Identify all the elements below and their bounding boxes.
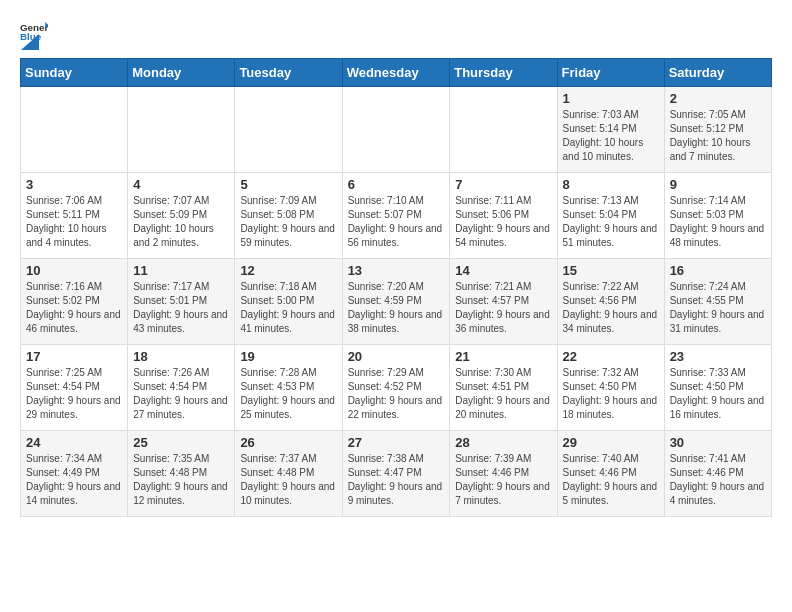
calendar-empty-cell xyxy=(342,87,450,173)
day-info: Sunrise: 7:32 AM Sunset: 4:50 PM Dayligh… xyxy=(563,366,659,422)
day-info: Sunrise: 7:21 AM Sunset: 4:57 PM Dayligh… xyxy=(455,280,551,336)
header: General Blue xyxy=(20,20,772,44)
day-number: 15 xyxy=(563,263,659,278)
day-number: 22 xyxy=(563,349,659,364)
day-info: Sunrise: 7:38 AM Sunset: 4:47 PM Dayligh… xyxy=(348,452,445,508)
day-number: 26 xyxy=(240,435,336,450)
day-info: Sunrise: 7:09 AM Sunset: 5:08 PM Dayligh… xyxy=(240,194,336,250)
weekday-header-friday: Friday xyxy=(557,59,664,87)
weekday-header-thursday: Thursday xyxy=(450,59,557,87)
day-number: 24 xyxy=(26,435,122,450)
weekday-header-row: SundayMondayTuesdayWednesdayThursdayFrid… xyxy=(21,59,772,87)
day-info: Sunrise: 7:39 AM Sunset: 4:46 PM Dayligh… xyxy=(455,452,551,508)
calendar-day-5: 5Sunrise: 7:09 AM Sunset: 5:08 PM Daylig… xyxy=(235,173,342,259)
calendar-day-27: 27Sunrise: 7:38 AM Sunset: 4:47 PM Dayli… xyxy=(342,431,450,517)
day-info: Sunrise: 7:28 AM Sunset: 4:53 PM Dayligh… xyxy=(240,366,336,422)
day-info: Sunrise: 7:16 AM Sunset: 5:02 PM Dayligh… xyxy=(26,280,122,336)
day-info: Sunrise: 7:29 AM Sunset: 4:52 PM Dayligh… xyxy=(348,366,445,422)
day-number: 8 xyxy=(563,177,659,192)
calendar-day-20: 20Sunrise: 7:29 AM Sunset: 4:52 PM Dayli… xyxy=(342,345,450,431)
calendar-day-18: 18Sunrise: 7:26 AM Sunset: 4:54 PM Dayli… xyxy=(128,345,235,431)
day-info: Sunrise: 7:35 AM Sunset: 4:48 PM Dayligh… xyxy=(133,452,229,508)
day-info: Sunrise: 7:24 AM Sunset: 4:55 PM Dayligh… xyxy=(670,280,766,336)
day-number: 12 xyxy=(240,263,336,278)
logo-triangle-icon xyxy=(21,34,39,50)
day-number: 9 xyxy=(670,177,766,192)
calendar-week-row: 10Sunrise: 7:16 AM Sunset: 5:02 PM Dayli… xyxy=(21,259,772,345)
day-info: Sunrise: 7:18 AM Sunset: 5:00 PM Dayligh… xyxy=(240,280,336,336)
calendar-day-29: 29Sunrise: 7:40 AM Sunset: 4:46 PM Dayli… xyxy=(557,431,664,517)
calendar-day-26: 26Sunrise: 7:37 AM Sunset: 4:48 PM Dayli… xyxy=(235,431,342,517)
calendar-day-6: 6Sunrise: 7:10 AM Sunset: 5:07 PM Daylig… xyxy=(342,173,450,259)
day-number: 4 xyxy=(133,177,229,192)
calendar-empty-cell xyxy=(450,87,557,173)
day-info: Sunrise: 7:41 AM Sunset: 4:46 PM Dayligh… xyxy=(670,452,766,508)
day-info: Sunrise: 7:13 AM Sunset: 5:04 PM Dayligh… xyxy=(563,194,659,250)
calendar-day-9: 9Sunrise: 7:14 AM Sunset: 5:03 PM Daylig… xyxy=(664,173,771,259)
day-number: 19 xyxy=(240,349,336,364)
weekday-header-sunday: Sunday xyxy=(21,59,128,87)
day-number: 7 xyxy=(455,177,551,192)
day-number: 18 xyxy=(133,349,229,364)
calendar-day-22: 22Sunrise: 7:32 AM Sunset: 4:50 PM Dayli… xyxy=(557,345,664,431)
day-info: Sunrise: 7:33 AM Sunset: 4:50 PM Dayligh… xyxy=(670,366,766,422)
day-info: Sunrise: 7:11 AM Sunset: 5:06 PM Dayligh… xyxy=(455,194,551,250)
calendar-day-17: 17Sunrise: 7:25 AM Sunset: 4:54 PM Dayli… xyxy=(21,345,128,431)
day-number: 16 xyxy=(670,263,766,278)
calendar-day-13: 13Sunrise: 7:20 AM Sunset: 4:59 PM Dayli… xyxy=(342,259,450,345)
day-number: 29 xyxy=(563,435,659,450)
calendar-day-21: 21Sunrise: 7:30 AM Sunset: 4:51 PM Dayli… xyxy=(450,345,557,431)
day-number: 30 xyxy=(670,435,766,450)
calendar-week-row: 17Sunrise: 7:25 AM Sunset: 4:54 PM Dayli… xyxy=(21,345,772,431)
day-number: 11 xyxy=(133,263,229,278)
weekday-header-saturday: Saturday xyxy=(664,59,771,87)
calendar-day-4: 4Sunrise: 7:07 AM Sunset: 5:09 PM Daylig… xyxy=(128,173,235,259)
day-number: 20 xyxy=(348,349,445,364)
day-info: Sunrise: 7:20 AM Sunset: 4:59 PM Dayligh… xyxy=(348,280,445,336)
calendar-day-30: 30Sunrise: 7:41 AM Sunset: 4:46 PM Dayli… xyxy=(664,431,771,517)
day-number: 6 xyxy=(348,177,445,192)
day-info: Sunrise: 7:22 AM Sunset: 4:56 PM Dayligh… xyxy=(563,280,659,336)
day-number: 21 xyxy=(455,349,551,364)
calendar-week-row: 24Sunrise: 7:34 AM Sunset: 4:49 PM Dayli… xyxy=(21,431,772,517)
calendar-day-14: 14Sunrise: 7:21 AM Sunset: 4:57 PM Dayli… xyxy=(450,259,557,345)
day-info: Sunrise: 7:03 AM Sunset: 5:14 PM Dayligh… xyxy=(563,108,659,164)
calendar-empty-cell xyxy=(235,87,342,173)
day-info: Sunrise: 7:10 AM Sunset: 5:07 PM Dayligh… xyxy=(348,194,445,250)
logo: General Blue xyxy=(20,20,48,44)
day-number: 27 xyxy=(348,435,445,450)
day-info: Sunrise: 7:14 AM Sunset: 5:03 PM Dayligh… xyxy=(670,194,766,250)
weekday-header-tuesday: Tuesday xyxy=(235,59,342,87)
day-info: Sunrise: 7:07 AM Sunset: 5:09 PM Dayligh… xyxy=(133,194,229,250)
calendar-day-2: 2Sunrise: 7:05 AM Sunset: 5:12 PM Daylig… xyxy=(664,87,771,173)
calendar-day-10: 10Sunrise: 7:16 AM Sunset: 5:02 PM Dayli… xyxy=(21,259,128,345)
calendar-day-15: 15Sunrise: 7:22 AM Sunset: 4:56 PM Dayli… xyxy=(557,259,664,345)
day-info: Sunrise: 7:30 AM Sunset: 4:51 PM Dayligh… xyxy=(455,366,551,422)
day-info: Sunrise: 7:40 AM Sunset: 4:46 PM Dayligh… xyxy=(563,452,659,508)
day-number: 23 xyxy=(670,349,766,364)
weekday-header-wednesday: Wednesday xyxy=(342,59,450,87)
calendar-day-3: 3Sunrise: 7:06 AM Sunset: 5:11 PM Daylig… xyxy=(21,173,128,259)
day-number: 10 xyxy=(26,263,122,278)
calendar-table: SundayMondayTuesdayWednesdayThursdayFrid… xyxy=(20,58,772,517)
day-number: 2 xyxy=(670,91,766,106)
calendar-day-28: 28Sunrise: 7:39 AM Sunset: 4:46 PM Dayli… xyxy=(450,431,557,517)
day-number: 1 xyxy=(563,91,659,106)
calendar-day-19: 19Sunrise: 7:28 AM Sunset: 4:53 PM Dayli… xyxy=(235,345,342,431)
calendar-day-7: 7Sunrise: 7:11 AM Sunset: 5:06 PM Daylig… xyxy=(450,173,557,259)
svg-marker-3 xyxy=(21,34,39,50)
calendar-day-25: 25Sunrise: 7:35 AM Sunset: 4:48 PM Dayli… xyxy=(128,431,235,517)
calendar-empty-cell xyxy=(128,87,235,173)
day-info: Sunrise: 7:25 AM Sunset: 4:54 PM Dayligh… xyxy=(26,366,122,422)
day-info: Sunrise: 7:05 AM Sunset: 5:12 PM Dayligh… xyxy=(670,108,766,164)
day-number: 3 xyxy=(26,177,122,192)
day-number: 13 xyxy=(348,263,445,278)
page: General Blue SundayMondayTuesdayWednesda… xyxy=(0,0,792,527)
calendar-day-23: 23Sunrise: 7:33 AM Sunset: 4:50 PM Dayli… xyxy=(664,345,771,431)
calendar-day-12: 12Sunrise: 7:18 AM Sunset: 5:00 PM Dayli… xyxy=(235,259,342,345)
calendar-empty-cell xyxy=(21,87,128,173)
day-number: 5 xyxy=(240,177,336,192)
day-number: 25 xyxy=(133,435,229,450)
day-info: Sunrise: 7:17 AM Sunset: 5:01 PM Dayligh… xyxy=(133,280,229,336)
calendar-day-1: 1Sunrise: 7:03 AM Sunset: 5:14 PM Daylig… xyxy=(557,87,664,173)
